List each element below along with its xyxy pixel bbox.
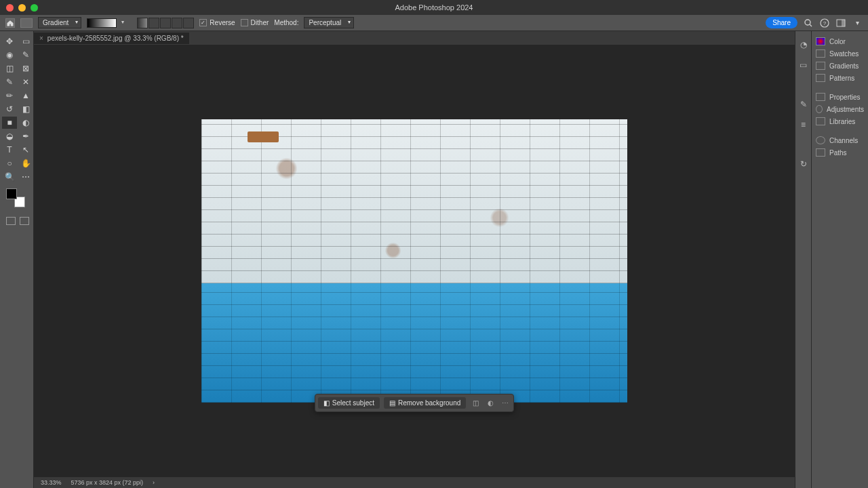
linear-gradient-icon[interactable] [137,18,148,28]
document-area: × pexels-kelly-2585552.jpg @ 33.3% (RGB/… [34,31,795,488]
brush-settings-icon[interactable]: ✎ [798,99,809,110]
blur-tool[interactable]: ◐ [18,117,33,129]
status-chevron-icon[interactable]: › [153,479,155,486]
adjustments-panel[interactable]: Adjustments [814,103,865,115]
workspace-icon[interactable] [835,18,846,28]
shape-tool[interactable]: ○ [2,157,17,169]
hand-tool[interactable]: ✋ [18,157,33,169]
options-bar: Gradient ✓Reverse Dither Method: Percept… [0,15,868,31]
close-tab-icon[interactable]: × [39,35,43,42]
document-tabs: × pexels-kelly-2585552.jpg @ 33.3% (RGB/… [34,31,795,45]
more-icon[interactable]: ⋯ [500,398,511,409]
swatches-panel[interactable]: Swatches [814,47,865,60]
contextual-task-bar: ◧ Select subject ▤ Remove background ◫ ◐… [315,394,515,412]
tools-panel: ✥ ▭ ◉ ✎ ◫ ⊠ ✎ ✕ ✏ ▲ ↺ ◧ ■ ◐ ◒ ✒ T ↖ ○ ✋ … [0,31,34,488]
eraser-tool[interactable]: ◧ [18,103,33,115]
history-brush-tool[interactable]: ↺ [2,103,17,115]
screen-mode-icon[interactable] [20,217,29,225]
svg-rect-4 [842,20,845,26]
titlebar: Adobe Photoshop 2024 [0,0,868,15]
crop-tool[interactable]: ◫ [2,62,17,75]
tab-label: pexels-kelly-2585552.jpg @ 33.3% (RGB/8)… [47,35,184,42]
color-swatch[interactable] [6,188,25,207]
dodge-tool[interactable]: ◒ [2,130,17,142]
paths-panel[interactable]: Paths [814,146,865,159]
svg-point-0 [805,20,810,25]
adjustment-icon[interactable]: ◐ [485,398,496,409]
foreground-color[interactable] [6,188,17,199]
share-button[interactable]: Share [766,17,797,28]
marquee-tool[interactable]: ▭ [18,35,33,47]
home-button[interactable] [5,18,15,28]
sliders-icon[interactable]: ≡ [798,119,809,130]
minimize-icon[interactable] [18,4,26,12]
channels-panel[interactable]: Channels [814,134,865,146]
gradient-type-buttons [137,18,194,28]
quick-mask-icon[interactable] [6,217,16,225]
search-icon[interactable] [803,18,814,28]
more-tools-icon[interactable]: ⋯ [18,171,33,183]
transform-icon[interactable]: ◫ [470,398,481,409]
frame-tool[interactable]: ⊠ [18,62,33,75]
right-panel: Color Swatches Gradients Patterns Proper… [811,31,868,488]
gradient-tool[interactable]: ■ [2,117,17,129]
method-dropdown[interactable]: Perceptual [304,17,354,28]
channels-icon [816,136,825,144]
chevron-down-icon[interactable]: ▾ [852,18,863,28]
gradient-swatch[interactable] [87,18,117,28]
gradients-panel[interactable]: Gradients [814,60,865,72]
brush-tool[interactable]: ✏ [2,89,17,102]
comments-panel-icon[interactable]: ▭ [798,60,809,70]
help-icon[interactable]: ? [819,18,830,28]
color-panel[interactable]: Color [814,35,865,47]
properties-panel[interactable]: Properties [814,91,865,103]
pen-tool[interactable]: ✒ [18,130,33,142]
svg-text:?: ? [823,20,827,26]
document-tab[interactable]: × pexels-kelly-2585552.jpg @ 33.3% (RGB/… [34,33,189,44]
path-tool[interactable]: ↖ [18,144,33,156]
move-tool[interactable]: ✥ [2,35,17,47]
window-controls [6,4,38,12]
tool-preset-dropdown[interactable]: Gradient [38,17,81,28]
remove-background-button[interactable]: ▤ Remove background [384,397,466,409]
canvas[interactable] [201,119,627,403]
zoom-tool[interactable]: 🔍 [2,171,17,183]
doc-dimensions: 5736 px x 3824 px (72 ppi) [71,479,144,486]
swatches-icon [816,49,825,58]
dither-checkbox[interactable]: Dither [241,19,269,26]
close-icon[interactable] [6,4,14,12]
libraries-panel[interactable]: Libraries [814,115,865,127]
selection-tool[interactable]: ✎ [18,49,33,61]
radial-gradient-icon[interactable] [149,18,159,28]
paths-icon [816,148,825,157]
color-icon [816,37,825,45]
patterns-icon [816,74,825,82]
gradients-icon [816,62,825,70]
patterns-panel[interactable]: Patterns [814,72,865,84]
select-subject-button[interactable]: ◧ Select subject [318,397,380,409]
lasso-tool[interactable]: ◉ [2,49,17,61]
document-icon[interactable] [20,18,33,28]
angle-gradient-icon[interactable] [160,18,171,28]
status-bar: 33.33% 5736 px x 3824 px (72 ppi) › [34,477,795,488]
app-title: Adobe Photoshop 2024 [395,3,473,12]
reverse-checkbox[interactable]: ✓Reverse [199,19,235,26]
type-tool[interactable]: T [2,144,17,156]
history-panel-icon[interactable]: ↻ [798,159,809,169]
select-subject-icon: ◧ [323,399,330,407]
remove-bg-icon: ▤ [389,399,395,407]
libraries-icon [816,117,825,125]
zoom-level[interactable]: 33.33% [41,479,62,486]
properties-icon [816,93,825,101]
adjustments-icon [816,105,823,113]
canvas-viewport[interactable]: ◧ Select subject ▤ Remove background ◫ ◐… [34,45,795,477]
method-label: Method: [274,19,298,26]
eyedropper-tool[interactable]: ✎ [2,76,17,88]
maximize-icon[interactable] [31,4,38,12]
patch-tool[interactable]: ✕ [18,76,33,88]
stamp-tool[interactable]: ▲ [18,89,33,102]
brushes-panel-icon[interactable]: ◔ [798,39,809,50]
image-content-top [201,119,627,283]
reflected-gradient-icon[interactable] [172,18,182,28]
diamond-gradient-icon[interactable] [183,18,194,28]
